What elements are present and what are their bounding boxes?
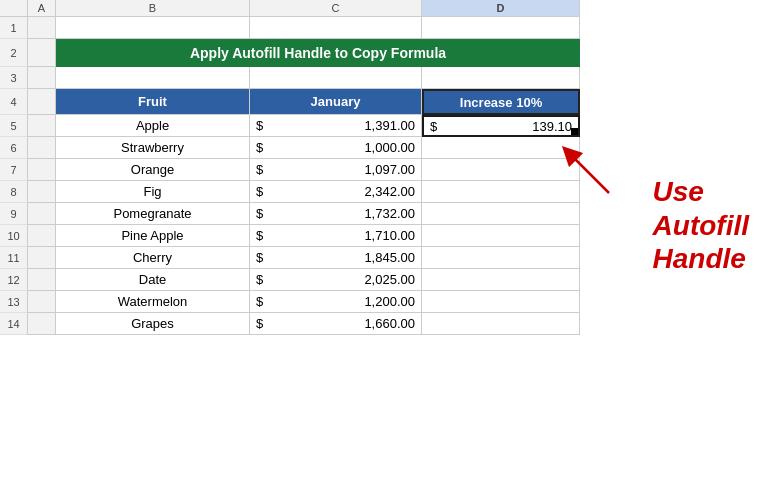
annotation-line2: Autofill: [653, 210, 749, 241]
row-14: 14 Grapes $ 1,660.00: [0, 313, 767, 335]
cell-b7-fruit[interactable]: Orange: [56, 159, 250, 181]
cell-a14: [28, 313, 56, 335]
cell-a3: [28, 67, 56, 89]
row-6: 6 Strawberry $ 1,000.00: [0, 137, 767, 159]
row-3: 3: [0, 67, 767, 89]
cell-c8-january[interactable]: $ 2,342.00: [250, 181, 422, 203]
rownum-9: 9: [0, 203, 28, 225]
cell-a10: [28, 225, 56, 247]
dollar-sign-c5: $: [256, 118, 272, 133]
rownum-7: 7: [0, 159, 28, 181]
rownum-13: 13: [0, 291, 28, 313]
cell-a9: [28, 203, 56, 225]
col-header-b: B: [56, 0, 250, 17]
value-c12: 2,025.00: [272, 272, 415, 287]
title-cell: Apply Autofill Handle to Copy Formula: [56, 39, 580, 67]
rownum-1: 1: [0, 17, 28, 39]
cell-c3: [250, 67, 422, 89]
cell-d10[interactable]: [422, 225, 580, 247]
header-january: January: [250, 89, 422, 115]
cell-d7[interactable]: [422, 159, 580, 181]
cell-b5-fruit[interactable]: Apple: [56, 115, 250, 137]
rownum-3: 3: [0, 67, 28, 89]
row-5: 5 Apple $ 1,391.00 $ 139.10: [0, 115, 767, 137]
cell-a13: [28, 291, 56, 313]
cell-b3: [56, 67, 250, 89]
cell-a1: [28, 17, 56, 39]
cell-c13-january[interactable]: $ 1,200.00: [250, 291, 422, 313]
cell-d11[interactable]: [422, 247, 580, 269]
dollar-sign-c12: $: [256, 272, 272, 287]
value-c11: 1,845.00: [272, 250, 415, 265]
header-increase: Increase 10%: [422, 89, 580, 115]
value-c9: 1,732.00: [272, 206, 415, 221]
cell-a5: [28, 115, 56, 137]
dollar-sign-d5: $: [430, 119, 446, 134]
col-header-c: C: [250, 0, 422, 17]
dollar-sign-c11: $: [256, 250, 272, 265]
cell-c7-january[interactable]: $ 1,097.00: [250, 159, 422, 181]
rownum-11: 11: [0, 247, 28, 269]
cell-c10-january[interactable]: $ 1,710.00: [250, 225, 422, 247]
row-1: 1: [0, 17, 767, 39]
rownum-6: 6: [0, 137, 28, 159]
cell-b14-fruit[interactable]: Grapes: [56, 313, 250, 335]
value-c5: 1,391.00: [272, 118, 415, 133]
cell-b12-fruit[interactable]: Date: [56, 269, 250, 291]
cell-d6[interactable]: [422, 137, 580, 159]
cell-b11-fruit[interactable]: Cherry: [56, 247, 250, 269]
annotation-line1: Use: [653, 176, 704, 207]
rownum-10: 10: [0, 225, 28, 247]
value-c8: 2,342.00: [272, 184, 415, 199]
value-c14: 1,660.00: [272, 316, 415, 331]
cell-a8: [28, 181, 56, 203]
value-c7: 1,097.00: [272, 162, 415, 177]
cell-d13[interactable]: [422, 291, 580, 313]
dollar-sign-c7: $: [256, 162, 272, 177]
cell-c12-january[interactable]: $ 2,025.00: [250, 269, 422, 291]
cell-c6-january[interactable]: $ 1,000.00: [250, 137, 422, 159]
cell-d9[interactable]: [422, 203, 580, 225]
row-13: 13 Watermelon $ 1,200.00: [0, 291, 767, 313]
column-headers: A B C D: [0, 0, 767, 17]
cell-b13-fruit[interactable]: Watermelon: [56, 291, 250, 313]
cell-c1: [250, 17, 422, 39]
cell-d12[interactable]: [422, 269, 580, 291]
dollar-sign-c9: $: [256, 206, 272, 221]
autofill-handle[interactable]: [571, 128, 579, 136]
cell-d1: [422, 17, 580, 39]
col-header-a: A: [28, 0, 56, 17]
cell-c14-january[interactable]: $ 1,660.00: [250, 313, 422, 335]
cell-d8[interactable]: [422, 181, 580, 203]
cell-c9-january[interactable]: $ 1,732.00: [250, 203, 422, 225]
cell-c11-january[interactable]: $ 1,845.00: [250, 247, 422, 269]
cell-a2: [28, 39, 56, 67]
cell-a12: [28, 269, 56, 291]
rownum-4: 4: [0, 89, 28, 115]
cell-a6: [28, 137, 56, 159]
rownum-5: 5: [0, 115, 28, 137]
corner-cell: [0, 0, 28, 17]
rownum-12: 12: [0, 269, 28, 291]
rownum-8: 8: [0, 181, 28, 203]
dollar-sign-c6: $: [256, 140, 272, 155]
cell-b1: [56, 17, 250, 39]
autofill-annotation: Use Autofill Handle: [653, 175, 749, 276]
value-c6: 1,000.00: [272, 140, 415, 155]
cell-b6-fruit[interactable]: Strawberry: [56, 137, 250, 159]
cell-c5-january[interactable]: $ 1,391.00: [250, 115, 422, 137]
cell-d3: [422, 67, 580, 89]
cell-d14[interactable]: [422, 313, 580, 335]
annotation-line3: Handle: [653, 243, 746, 274]
cell-b9-fruit[interactable]: Pomegranate: [56, 203, 250, 225]
arrow-annotation: [559, 143, 619, 203]
cell-b10-fruit[interactable]: Pine Apple: [56, 225, 250, 247]
cell-d5-increase[interactable]: $ 139.10: [422, 115, 580, 137]
cell-b8-fruit[interactable]: Fig: [56, 181, 250, 203]
cell-a4: [28, 89, 56, 115]
value-c10: 1,710.00: [272, 228, 415, 243]
value-d5: 139.10: [446, 119, 572, 134]
row-4: 4 Fruit January Increase 10%: [0, 89, 767, 115]
cell-a11: [28, 247, 56, 269]
dollar-sign-c8: $: [256, 184, 272, 199]
